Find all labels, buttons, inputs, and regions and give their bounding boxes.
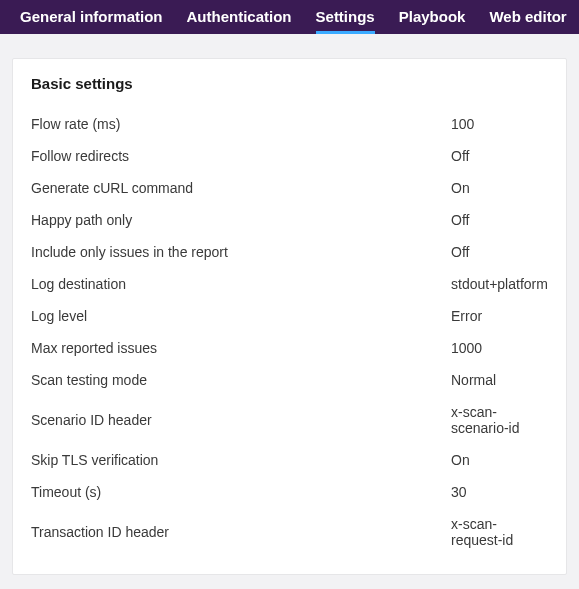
setting-value: On — [451, 180, 470, 196]
setting-row-skip-tls[interactable]: Skip TLS verification On — [31, 444, 548, 476]
setting-value: 100 — [451, 116, 474, 132]
setting-row-transaction-id-header[interactable]: Transaction ID header x-scan-request-id — [31, 508, 548, 556]
setting-row-generate-curl[interactable]: Generate cURL command On — [31, 172, 548, 204]
setting-row-log-destination[interactable]: Log destination stdout+platform — [31, 268, 548, 300]
setting-label: Flow rate (ms) — [31, 116, 451, 132]
setting-label: Happy path only — [31, 212, 451, 228]
setting-row-follow-redirects[interactable]: Follow redirects Off — [31, 140, 548, 172]
setting-value: stdout+platform — [451, 276, 548, 292]
setting-label: Transaction ID header — [31, 524, 451, 540]
setting-value: Normal — [451, 372, 496, 388]
setting-label: Scan testing mode — [31, 372, 451, 388]
basic-settings-card: Basic settings Flow rate (ms) 100 Follow… — [12, 58, 567, 575]
setting-label: Generate cURL command — [31, 180, 451, 196]
setting-label: Scenario ID header — [31, 412, 451, 428]
setting-value: x-scan-scenario-id — [451, 404, 548, 436]
setting-label: Skip TLS verification — [31, 452, 451, 468]
setting-value: Off — [451, 212, 469, 228]
setting-row-scan-mode[interactable]: Scan testing mode Normal — [31, 364, 548, 396]
setting-value: On — [451, 452, 470, 468]
tab-general-information[interactable]: General information — [8, 2, 175, 33]
setting-label: Follow redirects — [31, 148, 451, 164]
setting-row-happy-path[interactable]: Happy path only Off — [31, 204, 548, 236]
setting-value: Off — [451, 244, 469, 260]
tab-settings[interactable]: Settings — [304, 2, 387, 33]
setting-label: Include only issues in the report — [31, 244, 451, 260]
setting-row-scenario-id-header[interactable]: Scenario ID header x-scan-scenario-id — [31, 396, 548, 444]
setting-row-include-issues[interactable]: Include only issues in the report Off — [31, 236, 548, 268]
tab-playbook[interactable]: Playbook — [387, 2, 478, 33]
tab-bar: General information Authentication Setti… — [0, 0, 579, 34]
basic-settings-title: Basic settings — [31, 75, 548, 92]
setting-label: Max reported issues — [31, 340, 451, 356]
tab-authentication[interactable]: Authentication — [175, 2, 304, 33]
setting-label: Log level — [31, 308, 451, 324]
setting-row-max-issues[interactable]: Max reported issues 1000 — [31, 332, 548, 364]
setting-value: 30 — [451, 484, 467, 500]
setting-value: 1000 — [451, 340, 482, 356]
setting-row-timeout[interactable]: Timeout (s) 30 — [31, 476, 548, 508]
setting-row-log-level[interactable]: Log level Error — [31, 300, 548, 332]
setting-value: Off — [451, 148, 469, 164]
setting-value: x-scan-request-id — [451, 516, 548, 548]
setting-value: Error — [451, 308, 482, 324]
content-area: Basic settings Flow rate (ms) 100 Follow… — [0, 34, 579, 589]
setting-label: Log destination — [31, 276, 451, 292]
setting-label: Timeout (s) — [31, 484, 451, 500]
setting-row-flow-rate[interactable]: Flow rate (ms) 100 — [31, 108, 548, 140]
tab-web-editor[interactable]: Web editor — [477, 2, 578, 33]
